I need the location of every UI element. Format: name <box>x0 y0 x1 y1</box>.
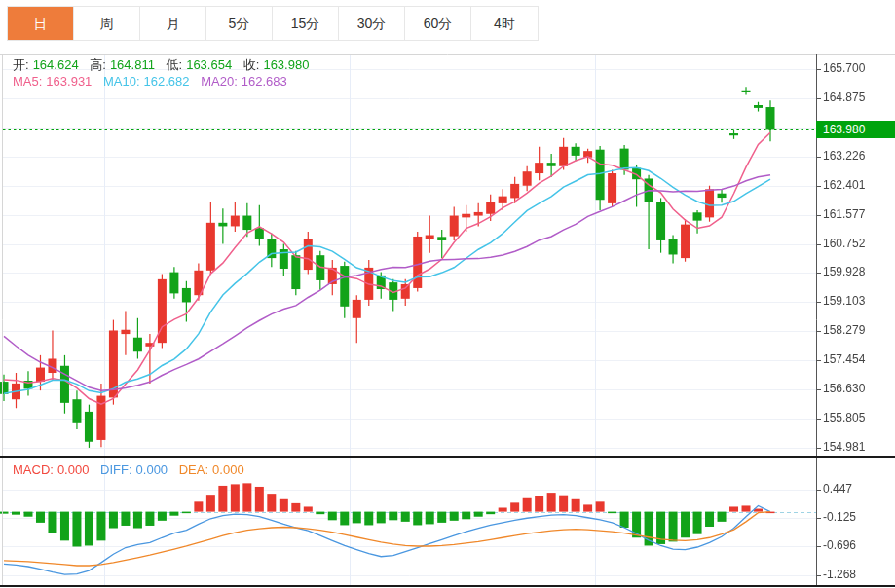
open-value: 164.624 <box>33 57 79 72</box>
low-label: 低: <box>167 57 183 72</box>
price-tick-154.981: 154.981 <box>823 440 865 454</box>
current-price-tag: 163.980 <box>816 121 895 138</box>
ma20-label: MA20: <box>201 74 238 89</box>
diff-value: 0.000 <box>136 462 168 477</box>
close-label: 收: <box>243 57 260 72</box>
price-tick-165.700: 165.700 <box>823 61 865 75</box>
low-value: 163.654 <box>186 57 232 72</box>
dea-value: 0.000 <box>212 462 244 477</box>
tab-weekly[interactable]: 周 <box>74 7 140 40</box>
tab-60min[interactable]: 60分 <box>405 7 471 40</box>
ma10-label: MA10: <box>103 74 140 89</box>
ohlc-readout: 开:164.624 高:164.811 低:163.654 收:163.980 <box>13 56 317 74</box>
tab-5min[interactable]: 5分 <box>206 7 273 40</box>
tab-15min[interactable]: 15分 <box>273 7 339 40</box>
tab-daily[interactable]: 日 <box>8 7 74 40</box>
price-tick-162.401: 162.401 <box>823 178 865 192</box>
price-tick-159.928: 159.928 <box>823 265 865 278</box>
macd-tick--1.268: -1.268 <box>823 568 856 581</box>
price-tick-155.805: 155.805 <box>823 411 865 424</box>
macd-tick--0.696: -0.696 <box>823 538 856 552</box>
ma20-value: 162.683 <box>242 74 287 89</box>
ma10-value: 162.682 <box>144 74 190 89</box>
macd-value: 0.000 <box>57 462 90 477</box>
macd-label: MACD: <box>13 462 54 477</box>
macd-readout: MACD:0.000 DIFF:0.000 DEA:0.000 <box>13 462 252 477</box>
kline-chart-app: 日周月5分15分30分60分4时 开:164.624 高:164.811 低:1… <box>0 0 895 588</box>
price-tick-157.454: 157.454 <box>823 352 865 366</box>
dea-label: DEA: <box>179 462 208 477</box>
price-tick-160.752: 160.752 <box>823 237 865 250</box>
ma-readout: MA5:163.931 MA10:162.682 MA20:162.683 <box>13 74 295 89</box>
ma5-value: 163.931 <box>46 74 92 89</box>
price-tick-163.226: 163.226 <box>823 149 865 163</box>
price-tick-156.630: 156.630 <box>823 382 865 395</box>
tab-4hour[interactable]: 4时 <box>471 7 538 40</box>
tab-monthly[interactable]: 月 <box>140 7 206 40</box>
price-tick-164.875: 164.875 <box>823 91 865 104</box>
high-value: 164.811 <box>110 57 155 72</box>
price-tick-159.103: 159.103 <box>823 294 865 308</box>
macd-tick-0.447: 0.447 <box>823 482 852 496</box>
open-label: 开: <box>13 57 29 72</box>
tab-30min[interactable]: 30分 <box>339 7 405 40</box>
price-tick-158.279: 158.279 <box>823 323 865 337</box>
ma5-label: MA5: <box>13 74 42 89</box>
timeframe-tabs: 日周月5分15分30分60分4时 <box>7 6 539 41</box>
price-tick-161.577: 161.577 <box>823 207 865 221</box>
macd-tick--0.125: -0.125 <box>823 510 856 524</box>
close-value: 163.980 <box>263 57 309 72</box>
high-label: 高: <box>90 57 106 72</box>
diff-label: DIFF: <box>100 462 132 477</box>
